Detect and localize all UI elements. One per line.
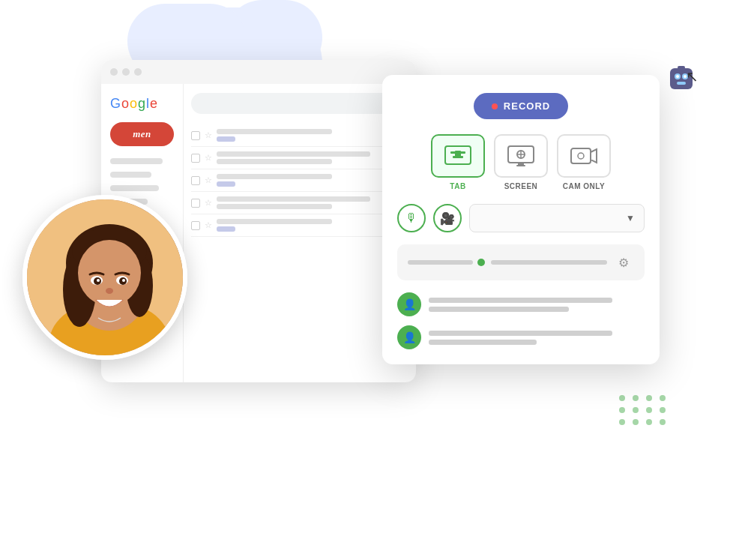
deco-dot — [646, 395, 652, 401]
user-avatar-1: 👤 — [397, 292, 421, 316]
tab-icon-box — [431, 134, 485, 178]
user-line-name-2 — [429, 331, 612, 336]
svg-point-33 — [97, 279, 100, 282]
deco-dot — [633, 419, 639, 425]
deco-dot — [619, 395, 625, 401]
browser-dot-red — [110, 68, 118, 76]
email-star[interactable]: ☆ — [205, 175, 212, 185]
email-checkbox[interactable] — [191, 199, 200, 208]
google-logo: Google — [110, 96, 174, 112]
email-row[interactable]: ☆ — [191, 214, 408, 237]
email-row[interactable]: ☆ — [191, 147, 408, 169]
gear-icon: ⚙ — [618, 256, 629, 270]
email-star[interactable]: ☆ — [205, 153, 212, 163]
tabs-progress-row: ⚙ — [397, 244, 645, 280]
gmail-main: ☆ ☆ ☆ — [184, 84, 416, 382]
svg-point-34 — [122, 279, 125, 282]
svg-point-28 — [78, 240, 141, 306]
email-row[interactable]: ☆ — [191, 192, 408, 214]
record-label: RECORD — [504, 100, 550, 112]
svg-rect-1 — [678, 66, 685, 69]
svg-marker-18 — [591, 149, 597, 163]
deco-dot — [619, 419, 625, 425]
scene: Google men ☆ — [0, 0, 742, 560]
compose-button[interactable]: men — [110, 122, 174, 146]
svg-point-19 — [578, 153, 584, 159]
sidebar-line-1 — [110, 158, 163, 164]
mode-button-screen[interactable]: SCREEN — [494, 134, 548, 190]
user-row-2: 👤 — [397, 325, 645, 349]
email-content — [217, 174, 408, 187]
deco-dot — [646, 407, 652, 413]
deco-dot — [660, 419, 666, 425]
browser-dot-green — [134, 68, 142, 76]
sidebar-line-2 — [110, 172, 151, 178]
record-button[interactable]: RECORD — [474, 93, 568, 119]
mode-buttons-group: TAB SCREEN — [397, 134, 645, 190]
chevron-down-icon: ▼ — [626, 213, 635, 223]
deco-dot — [633, 395, 639, 401]
user-line-name-1 — [429, 298, 612, 303]
user-info-1 — [429, 298, 645, 312]
record-dot — [492, 103, 498, 109]
user-row-1: 👤 — [397, 292, 645, 316]
svg-rect-10 — [455, 151, 461, 157]
svg-point-4 — [676, 75, 679, 78]
decorative-dots — [619, 395, 667, 425]
email-checkbox[interactable] — [191, 176, 200, 185]
svg-rect-17 — [571, 148, 591, 163]
screen-icon — [507, 145, 534, 166]
email-star[interactable]: ☆ — [205, 130, 212, 140]
svg-rect-13 — [516, 165, 525, 166]
email-checkbox[interactable] — [191, 154, 200, 163]
user-icon-2: 👤 — [403, 331, 416, 343]
user-list: 👤 👤 — [397, 292, 645, 349]
cursor-icon: ↖ — [686, 67, 699, 85]
mode-button-cam-only[interactable]: CAM ONLY — [557, 134, 611, 190]
email-star[interactable]: ☆ — [205, 198, 212, 208]
extension-popup: RECORD TAB — [382, 75, 660, 364]
av-controls-row: 🎙 🎥 ▼ — [397, 204, 645, 232]
user-line-detail-1 — [429, 307, 569, 312]
tab-mode-label: TAB — [450, 182, 465, 190]
email-star[interactable]: ☆ — [205, 220, 212, 230]
deco-dot — [660, 395, 666, 401]
gmail-search-bar[interactable] — [191, 93, 408, 114]
svg-rect-6 — [677, 82, 686, 85]
cam-only-mode-label: CAM ONLY — [563, 182, 605, 190]
browser-dot-yellow — [122, 68, 130, 76]
deco-dot — [646, 419, 652, 425]
sidebar-line-3 — [110, 185, 159, 191]
camera-button[interactable]: 🎥 — [433, 204, 462, 232]
user-avatar-2: 👤 — [397, 325, 421, 349]
mode-button-tab[interactable]: TAB — [431, 134, 485, 190]
screen-icon-box — [494, 134, 548, 178]
camera-dropdown[interactable]: ▼ — [469, 204, 645, 232]
cam-only-icon — [570, 145, 597, 166]
screen-mode-label: SCREEN — [504, 182, 538, 190]
svg-point-35 — [106, 288, 113, 294]
tab-bar-line-2 — [491, 260, 607, 265]
user-icon-1: 👤 — [403, 298, 416, 310]
camera-icon: 🎥 — [440, 211, 455, 226]
tab-icon — [444, 145, 471, 166]
microphone-icon: 🎙 — [405, 211, 417, 225]
email-row[interactable]: ☆ — [191, 124, 408, 147]
microphone-button[interactable]: 🎙 — [397, 204, 426, 232]
email-content — [217, 219, 408, 232]
active-tab-dot — [477, 259, 485, 266]
tab-bar-line-1 — [408, 260, 473, 265]
deco-dot — [633, 407, 639, 413]
email-checkbox[interactable] — [191, 221, 200, 230]
deco-dot — [619, 407, 625, 413]
email-content — [217, 151, 408, 164]
woman-photo — [22, 195, 187, 360]
settings-button[interactable]: ⚙ — [613, 252, 634, 273]
browser-titlebar — [101, 60, 416, 84]
email-content — [217, 196, 408, 209]
user-info-2 — [429, 331, 645, 345]
email-content — [217, 129, 408, 142]
email-row[interactable]: ☆ — [191, 169, 408, 192]
user-line-detail-2 — [429, 340, 537, 345]
email-checkbox[interactable] — [191, 131, 200, 140]
